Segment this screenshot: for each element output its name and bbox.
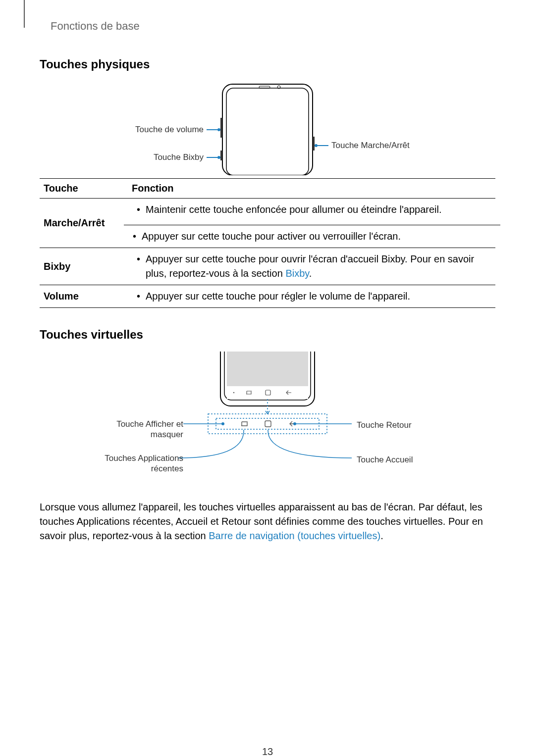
section-title-virtual-keys: Touches virtuelles [40,328,495,342]
callout-dot-icon [217,156,220,159]
callout-power-label: Touche Marche/Arrêt [328,141,413,151]
bixby-link[interactable]: Bixby [285,268,309,279]
row-fn-item: Maintenir cette touche enfoncée pour all… [132,202,490,217]
virtual-keys-paragraph: Lorsque vous allumez l'appareil, les tou… [40,500,495,543]
table-header-fn: Fonction [128,179,495,199]
row-key-volume: Volume [40,285,128,308]
row-key-power: Marche/Arrêt [40,199,128,248]
header-rule [24,0,25,28]
breadcrumb: Fonctions de base [51,20,495,33]
navbar-link[interactable]: Barre de navigation (touches virtuelles) [209,530,380,541]
svg-point-9 [233,392,234,393]
svg-rect-14 [265,421,271,427]
table-row: Volume Appuyer sur cette touche pour rég… [40,285,495,308]
row-fn-item: Appuyer sur cette touche pour activer ou… [128,229,495,244]
callout-volume-label: Touche de volume [132,125,207,135]
row-fn-item: Appuyer sur cette touche pour ouvrir l'é… [132,252,490,281]
row-key-bixby: Bixby [40,248,128,285]
table-row: Marche/Arrêt Maintenir cette touche enfo… [40,199,495,248]
label-show-hide: Touche Afficher et masquer [84,419,183,440]
svg-point-16 [221,422,224,425]
callout-dot-icon [217,128,220,131]
section-title-physical-keys: Touches physiques [40,57,495,71]
label-back: Touche Retour [357,420,412,430]
table-row: Bixby Appuyer sur cette touche pour ouvr… [40,248,495,285]
svg-point-20 [293,422,296,425]
physical-keys-table: Touche Fonction Marche/Arrêt Maintenir c… [40,178,495,308]
svg-rect-8 [227,386,308,399]
phone-bottom-illustration: Touche Afficher et masquer Touches Appli… [40,352,495,495]
label-recents: Touches Applications récentes [94,453,183,474]
svg-rect-7 [227,352,308,386]
callout-bixby-label: Touche Bixby [151,152,207,162]
label-home: Touche Accueil [357,454,413,465]
row-fn-item: Appuyer sur cette touche pour régler le … [132,289,490,303]
phone-top-illustration: Touche de volume Touche Bixby Touche Mar… [40,81,495,175]
table-header-key: Touche [40,179,128,199]
manual-page: Fonctions de base Touches physiques Touc… [0,0,535,756]
page-number: 13 [0,746,535,756]
